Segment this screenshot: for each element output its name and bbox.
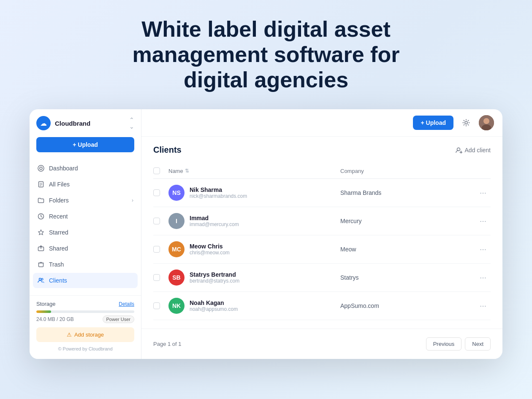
client-avatar-3: SB	[168, 270, 185, 286]
svg-point-0	[38, 165, 44, 171]
table-row: MC Meow Chris chris@meow.com Meow ⋯	[153, 235, 491, 264]
brand-icon: ☁	[36, 116, 51, 130]
client-avatar-1: I	[168, 213, 185, 229]
table-row: SB Statrys Bertrand bertrand@statrys.com…	[153, 264, 491, 292]
sort-name-icon[interactable]: ⇅	[185, 168, 189, 174]
client-name-2: Meow Chris	[190, 243, 230, 250]
folders-chevron-icon: ›	[132, 197, 133, 203]
client-email-2: chris@meow.com	[190, 250, 230, 256]
row-checkbox-2[interactable]	[153, 246, 160, 253]
row-more-button-3[interactable]: ⋯	[475, 270, 491, 285]
sidebar-item-shared[interactable]: Shared	[33, 241, 138, 256]
table-row: I Immad immad@mercury.com Mercury ⋯	[153, 207, 491, 235]
row-more-button-4[interactable]: ⋯	[475, 298, 491, 313]
svg-rect-10	[39, 263, 43, 267]
table-row: NK Noah Kagan noah@appsumo.com AppSumo.c…	[153, 292, 491, 320]
user-avatar[interactable]	[479, 115, 494, 130]
client-company-3: Statrys	[340, 274, 475, 281]
row-checkbox-3[interactable]	[153, 274, 160, 281]
sidebar-item-folders[interactable]: Folders ›	[33, 193, 138, 208]
clients-header: Clients Add client	[153, 145, 491, 155]
svg-point-17	[465, 121, 467, 124]
brand-name: Cloudbrand	[55, 120, 90, 127]
sidebar-item-dashboard[interactable]: Dashboard	[33, 161, 138, 176]
svg-point-16	[41, 278, 43, 280]
table-header: Name ⇅ Company	[153, 163, 491, 179]
client-name-0: Nik Sharma	[190, 186, 247, 193]
client-email-3: bertrand@statrys.com	[190, 278, 239, 284]
topbar-upload-button[interactable]: + Upload	[413, 116, 453, 130]
client-name-1: Immad	[190, 215, 239, 221]
storage-bar-fill	[36, 310, 51, 313]
client-name-4: Noah Kagan	[190, 299, 238, 306]
client-email-0: nick@sharmabrands.com	[190, 193, 247, 199]
row-more-button-2[interactable]: ⋯	[475, 242, 491, 257]
pagination-buttons: Previous Next	[426, 337, 491, 350]
main-content: + Upload Clients Add client	[141, 109, 502, 359]
dashboard-icon	[37, 164, 45, 172]
next-button[interactable]: Next	[465, 337, 491, 350]
clients-title: Clients	[153, 145, 182, 155]
svg-point-19	[483, 118, 489, 124]
row-checkbox-0[interactable]	[153, 189, 160, 196]
powered-by-text: © Powered by Cloudbrand	[36, 342, 134, 354]
client-company-1: Mercury	[340, 218, 475, 224]
sidebar-item-all-files[interactable]: All Files	[33, 177, 138, 192]
sidebar-nav: Dashboard All Files Folders ›	[30, 159, 141, 295]
row-more-button-0[interactable]: ⋯	[475, 185, 491, 200]
table-row: NS Nik Sharma nick@sharmabrands.com Shar…	[153, 179, 491, 207]
settings-button[interactable]	[459, 115, 474, 130]
client-email-1: immad@mercury.com	[190, 221, 239, 227]
svg-point-1	[40, 167, 42, 170]
row-checkbox-1[interactable]	[153, 218, 160, 224]
storage-size-text: 24.0 MB / 20 GB	[36, 316, 74, 322]
client-company-4: AppSumo.com	[340, 302, 475, 309]
storage-details-link[interactable]: Details	[119, 301, 134, 307]
sidebar-item-clients[interactable]: Clients	[33, 273, 138, 288]
clients-area: Clients Add client Name ⇅	[141, 137, 502, 329]
recent-icon	[37, 213, 45, 220]
folder-icon	[37, 197, 45, 204]
storage-label: Storage	[36, 301, 56, 307]
sidebar-upload-button[interactable]: + Upload	[36, 137, 134, 152]
svg-point-15	[39, 278, 41, 280]
add-storage-button[interactable]: ⚠ Add storage	[36, 327, 134, 342]
star-icon	[37, 229, 45, 236]
client-name-3: Statrys Bertrand	[190, 271, 239, 278]
client-avatar-2: MC	[168, 241, 185, 257]
page-info: Page 1 of 1	[153, 341, 182, 347]
svg-marker-7	[38, 230, 43, 235]
power-user-badge: Power User	[103, 315, 134, 323]
client-company-0: Sharma Brands	[340, 189, 475, 196]
app-window: ☁ Cloudbrand ⌃⌄ + Upload Dashboard	[30, 109, 502, 359]
clients-table: Name ⇅ Company NS Nik Sharma nick@sharma…	[153, 163, 491, 320]
warning-icon: ⚠	[67, 332, 72, 338]
share-icon	[37, 245, 45, 252]
client-avatar-0: NS	[168, 185, 185, 201]
sidebar-item-recent[interactable]: Recent	[33, 209, 138, 224]
file-icon	[37, 181, 45, 188]
storage-bar-background	[36, 310, 134, 313]
select-all-checkbox[interactable]	[153, 167, 160, 174]
sidebar: ☁ Cloudbrand ⌃⌄ + Upload Dashboard	[30, 109, 141, 359]
sidebar-brand: ☁ Cloudbrand ⌃⌄	[30, 116, 141, 137]
client-email-4: noah@appsumo.com	[190, 306, 238, 312]
trash-icon	[37, 261, 45, 268]
pagination-row: Page 1 of 1 Previous Next	[141, 329, 502, 359]
top-bar: + Upload	[141, 109, 502, 137]
row-checkbox-4[interactable]	[153, 302, 160, 309]
clients-rows: NS Nik Sharma nick@sharmabrands.com Shar…	[153, 179, 491, 320]
add-client-button[interactable]: Add client	[456, 147, 491, 154]
hero-title: White label digital asset management sof…	[118, 17, 414, 92]
sidebar-item-trash[interactable]: Trash	[33, 257, 138, 272]
chevron-up-down-icon[interactable]: ⌃⌄	[129, 116, 134, 130]
client-company-2: Meow	[340, 246, 475, 253]
sidebar-item-starred[interactable]: Starred	[33, 225, 138, 240]
storage-section: Storage Details 24.0 MB / 20 GB Power Us…	[30, 295, 141, 359]
clients-icon	[37, 277, 45, 284]
client-avatar-4: NK	[168, 298, 185, 314]
row-more-button-1[interactable]: ⋯	[475, 213, 491, 229]
previous-button[interactable]: Previous	[426, 337, 462, 350]
